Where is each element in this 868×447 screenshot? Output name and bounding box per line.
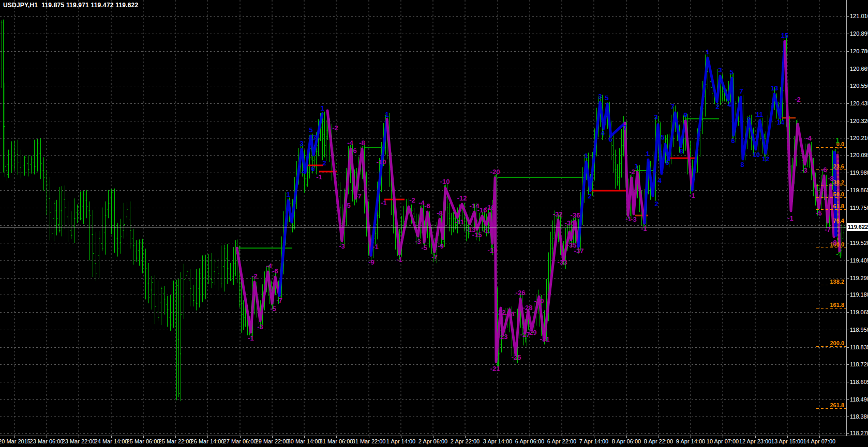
swing-label: -26 bbox=[516, 289, 526, 297]
swing-label: -5 bbox=[421, 244, 427, 252]
swing-label: -11 bbox=[455, 218, 464, 226]
swing-label: -7 bbox=[276, 297, 282, 304]
price-axis-label: 120.665 bbox=[850, 66, 868, 72]
price-axis-label: 120.320 bbox=[850, 118, 868, 124]
time-axis-tick bbox=[562, 436, 562, 438]
swing-label: 2 bbox=[588, 192, 591, 200]
swing-label: 3 bbox=[718, 66, 722, 74]
swing-label: -30 bbox=[534, 297, 544, 305]
time-axis-tick bbox=[47, 436, 47, 438]
swing-label: -25 bbox=[512, 353, 521, 361]
swing-label: -33 bbox=[558, 258, 567, 266]
swing-label: -8 bbox=[828, 175, 834, 182]
price-axis-tick bbox=[847, 190, 849, 191]
swing-label: -2 bbox=[251, 272, 258, 280]
swing-label: 1 bbox=[646, 150, 649, 158]
time-axis-label: 25 Mar 06:00 bbox=[127, 438, 160, 444]
time-axis-label: 31 Mar 22:00 bbox=[352, 438, 386, 444]
price-axis-tick bbox=[847, 103, 849, 104]
price-axis-label: 120.780 bbox=[850, 48, 868, 54]
swing-label: 10 bbox=[753, 151, 760, 159]
price-axis-label: 118.950 bbox=[850, 327, 868, 333]
swing-label: -15 bbox=[472, 231, 482, 239]
price-axis-label: 118.835 bbox=[850, 344, 868, 350]
swing-label: 5 bbox=[729, 68, 733, 76]
swing-label: -18 bbox=[485, 204, 495, 211]
swing-label: -34 bbox=[565, 219, 575, 227]
time-axis-label: 14 Apr 07:00 bbox=[803, 438, 835, 444]
time-axis-tick bbox=[594, 436, 594, 438]
swing-label: -3 bbox=[257, 323, 263, 331]
swing-label: 7 bbox=[312, 134, 316, 142]
price-axis-label: 119.865 bbox=[850, 187, 868, 193]
time-axis-label: 6 Apr 06:00 bbox=[515, 438, 544, 444]
swing-label: -8 bbox=[359, 139, 365, 147]
time-axis-label: 29 Mar 22:00 bbox=[256, 438, 289, 444]
time-axis-label: 9 Apr 14:00 bbox=[676, 438, 705, 444]
price-axis-tick bbox=[847, 155, 849, 156]
fib-level-label: 38.2 bbox=[833, 179, 844, 186]
swing-label: -24 bbox=[505, 310, 515, 318]
price-axis-label: 118.720 bbox=[850, 361, 868, 367]
swing-label: -1 bbox=[641, 225, 647, 233]
swing-label: 12 bbox=[762, 155, 769, 163]
time-axis-tick bbox=[723, 436, 723, 438]
price-axis[interactable]: 121.010120.895120.780120.665120.550120.4… bbox=[846, 0, 868, 436]
time-axis-tick bbox=[304, 436, 305, 438]
price-axis-tick bbox=[847, 433, 849, 434]
price-axis-tick bbox=[847, 312, 849, 313]
swing-label: -5 bbox=[270, 305, 276, 313]
price-axis-label: 119.065 bbox=[850, 309, 868, 315]
fib-level-label: 23.6 bbox=[833, 163, 844, 169]
chart-plot-area[interactable]: 0.023.638.250.061.876.4100.0138.2161.820… bbox=[0, 0, 846, 436]
swing-label: -10 bbox=[440, 178, 450, 186]
swing-label: 2 bbox=[322, 159, 326, 167]
swing-label: 4 bbox=[601, 129, 605, 137]
time-axis-label: 10 Apr 07:00 bbox=[707, 438, 739, 444]
price-axis-label: 119.750 bbox=[850, 205, 868, 211]
swing-label: -7 bbox=[431, 253, 438, 261]
swing-label: -4 bbox=[805, 134, 812, 142]
zigzag-overlay bbox=[237, 41, 840, 362]
swing-label: -2 bbox=[409, 196, 415, 204]
price-axis-label: 120.550 bbox=[850, 83, 868, 89]
fib-level-label: 76.4 bbox=[833, 218, 845, 224]
time-axis-label: 2 Apr 06:00 bbox=[418, 438, 447, 444]
swing-label: -19 bbox=[488, 246, 498, 254]
time-axis-label: 27 Mar 06:00 bbox=[223, 438, 257, 444]
time-axis-label: 25 Mar 22:00 bbox=[159, 438, 192, 444]
swing-label: -6 bbox=[351, 147, 357, 155]
swing-label: -36 bbox=[571, 211, 580, 219]
price-axis-tick bbox=[847, 260, 849, 261]
swing-label: -29 bbox=[527, 329, 537, 336]
swing-label: -2 bbox=[629, 168, 635, 176]
price-axis-tick bbox=[847, 382, 849, 382]
price-axis-tick bbox=[847, 330, 849, 330]
swing-label: -5 bbox=[816, 209, 822, 217]
swing-label: -1 bbox=[316, 173, 322, 181]
chart-ohlc-title: USDJPY,H1 119.875 119.971 119.472 119.62… bbox=[3, 2, 138, 9]
price-axis-label: 119.520 bbox=[850, 240, 868, 246]
time-axis-label: 13 Apr 15:00 bbox=[771, 438, 803, 444]
price-axis-label: 119.180 bbox=[850, 291, 868, 298]
time-axis-tick bbox=[79, 436, 79, 438]
price-axis-tick bbox=[847, 417, 849, 417]
swing-label: -9 bbox=[368, 258, 375, 266]
swing-label: -3 bbox=[631, 215, 637, 223]
price-axis-tick bbox=[847, 364, 849, 365]
time-axis-label: 12 Apr 23:00 bbox=[739, 438, 771, 444]
time-axis-tick bbox=[498, 436, 498, 438]
price-axis-tick bbox=[847, 243, 849, 243]
time-axis-tick bbox=[143, 436, 144, 438]
time-axis-label: 30 Mar 14:00 bbox=[288, 438, 321, 444]
swing-label: 13 bbox=[771, 84, 778, 92]
swing-label: -1 bbox=[787, 214, 794, 222]
time-axis[interactable]: 20 Mar 201523 Mar 06:0023 Mar 22:0024 Ma… bbox=[0, 436, 868, 447]
swing-label: 11 bbox=[756, 111, 763, 118]
trade-level-lines bbox=[235, 118, 796, 248]
swing-label: 4 bbox=[302, 167, 306, 175]
time-axis-label: 23 Mar 06:00 bbox=[30, 438, 64, 444]
price-axis-tick bbox=[847, 34, 849, 34]
swing-label: -1 bbox=[396, 256, 402, 264]
time-axis-tick bbox=[819, 436, 820, 438]
